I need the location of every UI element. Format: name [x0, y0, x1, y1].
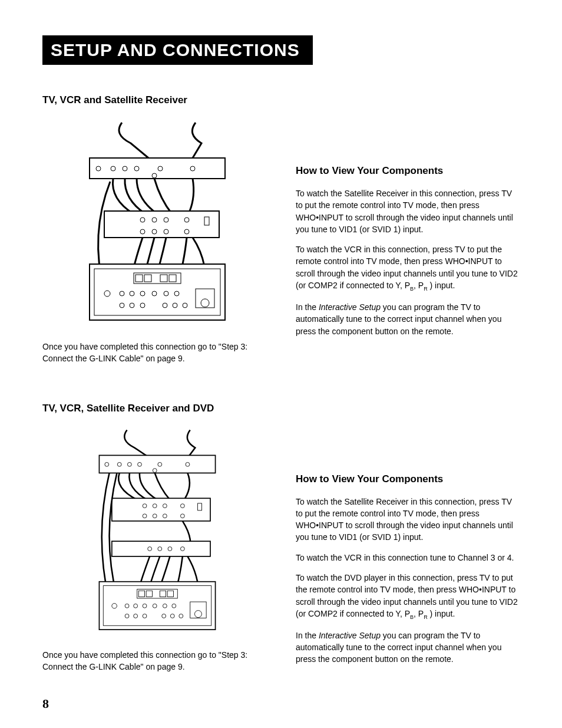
text-fragment: ) input. — [428, 281, 455, 290]
page-title-bar: Setup and Connections — [42, 35, 313, 65]
section2-right: How to View Your Components To watch the… — [296, 403, 520, 674]
text-fragment: ) input. — [428, 609, 455, 618]
connection-diagram-2 — [78, 425, 237, 637]
section1-p1: To watch the Satellite Receiver in this … — [296, 187, 520, 235]
svg-rect-40 — [99, 455, 215, 473]
section2-caption: Once you have completed this connection … — [42, 649, 272, 673]
section1-p2: To watch the VCR in this connection, pre… — [296, 243, 520, 293]
text-fragment: , P — [414, 281, 424, 290]
page-title: Setup and Connections — [51, 40, 300, 60]
page-number: 8 — [42, 696, 49, 711]
text-fragment: In the — [296, 302, 319, 312]
svg-rect-58 — [112, 541, 210, 556]
section2-heading: TV, VCR, Satellite Receiver and DVD — [42, 403, 272, 414]
text-fragment: In the — [296, 631, 319, 640]
section2-p1: To watch the Satellite Receiver in this … — [296, 496, 520, 543]
section2-right-heading: How to View Your Components — [296, 473, 520, 485]
italic-text: Interactive Setup — [319, 631, 381, 640]
section1-right: How to View Your Components To watch the… — [296, 94, 520, 345]
svg-rect-0 — [90, 158, 225, 179]
italic-text: Interactive Setup — [319, 302, 381, 312]
section2-p2: To watch the VCR in this connection tune… — [296, 552, 520, 564]
text-fragment: To watch the VCR in this connection, pre… — [296, 245, 518, 290]
section1-heading: TV, VCR and Satellite Receiver — [42, 94, 272, 106]
section1-right-heading: How to View Your Components — [296, 165, 520, 177]
svg-rect-48 — [112, 498, 210, 521]
text-fragment: To watch the DVD player in this connecti… — [296, 573, 518, 618]
section1-caption: Once you have completed this connection … — [42, 341, 272, 365]
text-fragment: , P — [414, 609, 424, 618]
section2-p3: To watch the DVD player in this connecti… — [296, 572, 520, 621]
section-tv-vcr-sat-dvd: TV, VCR, Satellite Receiver and DVD — [42, 403, 520, 681]
section1-left: TV, VCR and Satellite Receiver — [42, 94, 272, 373]
connection-diagram-1 — [78, 117, 237, 329]
section2-left: TV, VCR, Satellite Receiver and DVD — [42, 403, 272, 681]
section1-p3: In the Interactive Setup you can program… — [296, 301, 520, 337]
svg-rect-8 — [104, 211, 219, 238]
section2-p4: In the Interactive Setup you can program… — [296, 630, 520, 666]
section-tv-vcr-sat: TV, VCR and Satellite Receiver — [42, 94, 520, 373]
